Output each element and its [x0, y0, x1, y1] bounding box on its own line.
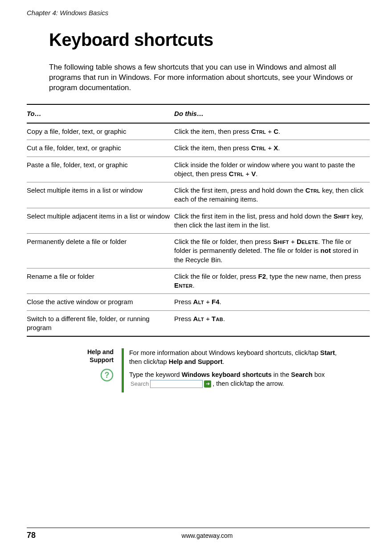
table-cell-do: Click the file or folder, press F2, type…	[174, 268, 370, 294]
table-row: Paste a file, folder, text, or graphicCl…	[27, 157, 370, 182]
footer-url: www.gateway.com	[45, 532, 370, 539]
page-title: Keyboard shortcuts	[49, 30, 370, 50]
intro-paragraph: The following table shows a few shortcut…	[49, 62, 365, 93]
table-cell-do: Click the item, then press Ctrl + C.	[174, 123, 370, 140]
svg-text:?: ?	[105, 371, 110, 380]
table-cell-to: Cut a file, folder, text, or graphic	[27, 140, 174, 157]
table-cell-do: Click the item, then press Ctrl + X.	[174, 140, 370, 157]
table-row: Copy a file, folder, text, or graphicCli…	[27, 123, 370, 140]
table-cell-do: Click the first item in the list, press …	[174, 208, 370, 234]
table-row: Permanently delete a file or folderClick…	[27, 234, 370, 268]
search-widget: Search➔	[131, 380, 211, 388]
page-footer: 78 www.gateway.com	[27, 528, 370, 540]
help-and-support-callout: Help and Support ? For more information …	[78, 348, 345, 392]
table-cell-do: Click the first item, press and hold dow…	[174, 182, 370, 208]
table-cell-to: Rename a file or folder	[27, 268, 174, 294]
table-cell-to: Select multiple adjacent items in a list…	[27, 208, 174, 234]
search-arrow-button[interactable]: ➔	[204, 380, 211, 388]
search-label: Search	[131, 380, 149, 388]
table-cell-do: Press Alt + F4.	[174, 294, 370, 310]
table-cell-do: Click the file or folder, then press Shi…	[174, 234, 370, 268]
page-number: 78	[27, 531, 45, 540]
table-cell-do: Click inside the folder or window where …	[174, 157, 370, 182]
table-row: Select multiple adjacent items in a list…	[27, 208, 370, 234]
help-paragraph-1: For more information about Windows keybo…	[129, 349, 345, 366]
search-input[interactable]	[150, 380, 203, 388]
table-cell-to: Copy a file, folder, text, or graphic	[27, 123, 174, 140]
table-row: Close the active window or programPress …	[27, 294, 370, 310]
table-row: Rename a file or folderClick the file or…	[27, 268, 370, 294]
help-accent-bar	[122, 348, 124, 392]
table-header-to: To…	[27, 104, 174, 123]
running-header: Chapter 4: Windows Basics	[27, 9, 370, 17]
table-cell-to: Paste a file, folder, text, or graphic	[27, 157, 174, 182]
table-row: Switch to a different file, folder, or r…	[27, 310, 370, 336]
table-cell-do: Press Alt + Tab.	[174, 310, 370, 336]
help-paragraph-2: Type the keyword Windows keyboard shortc…	[129, 371, 345, 388]
table-cell-to: Switch to a different file, folder, or r…	[27, 310, 174, 336]
shortcuts-table: To… Do this… Copy a file, folder, text, …	[27, 104, 370, 337]
table-header-do: Do this…	[174, 104, 370, 123]
table-cell-to: Permanently delete a file or folder	[27, 234, 174, 268]
table-cell-to: Close the active window or program	[27, 294, 174, 310]
table-row: Cut a file, folder, text, or graphicClic…	[27, 140, 370, 157]
help-title: Help and Support	[78, 348, 114, 364]
table-cell-to: Select multiple items in a list or windo…	[27, 182, 174, 208]
table-row: Select multiple items in a list or windo…	[27, 182, 370, 208]
question-mark-icon: ?	[100, 368, 114, 384]
